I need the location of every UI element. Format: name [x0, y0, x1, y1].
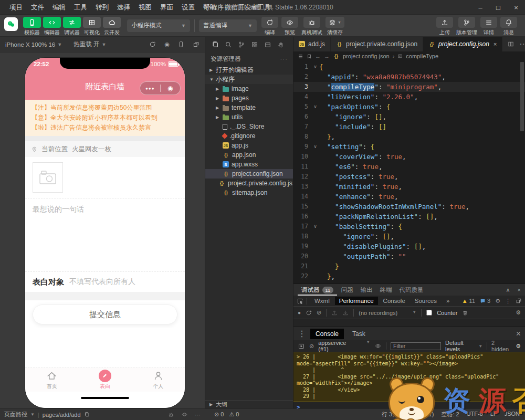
code-line[interactable]: 3 "compileType": "miniprogram",: [293, 82, 525, 92]
close-miniprogram-icon[interactable]: ◉: [161, 85, 181, 92]
section-打开的编辑器[interactable]: ▶打开的编辑器: [205, 65, 293, 75]
filter-input[interactable]: [391, 342, 441, 350]
debug-tab-输出[interactable]: 输出: [356, 284, 376, 296]
trash-icon[interactable]: [462, 310, 468, 316]
editor-tab[interactable]: project.config.json×: [423, 37, 502, 51]
context-select[interactable]: appservice (#1)▼: [318, 340, 370, 352]
fold-icon[interactable]: ∨: [311, 142, 319, 152]
devtools-tab-Sources[interactable]: Sources: [411, 297, 441, 305]
indent-setting[interactable]: 空格: 2: [441, 411, 459, 418]
fold-icon[interactable]: ∨: [311, 102, 319, 112]
editor-tab[interactable]: add.js: [293, 37, 331, 51]
devtools-tab-Wxml[interactable]: Wxml: [310, 297, 334, 305]
menu-item[interactable]: 编辑: [48, 0, 70, 15]
tab-home[interactable]: 首页: [25, 368, 78, 392]
more-menu-icon[interactable]: ●●●: [140, 86, 160, 91]
cloud-dev-button[interactable]: [103, 17, 121, 28]
console-prompt[interactable]: >: [293, 402, 525, 409]
eol-setting[interactable]: LF: [490, 411, 497, 418]
code-line[interactable]: 21 }: [293, 261, 525, 271]
tree-item[interactable]: ▶pages: [205, 93, 293, 103]
more-actions-icon[interactable]: ···: [519, 39, 525, 49]
tree-item[interactable]: .gitignore: [205, 131, 293, 141]
perf-settings-icon[interactable]: ⚙: [516, 309, 521, 316]
refresh-icon[interactable]: [149, 41, 156, 48]
code-line[interactable]: 1∨{: [293, 62, 525, 72]
collapse-panel-icon[interactable]: ∧: [506, 287, 510, 293]
menu-item[interactable]: 工具: [70, 0, 91, 15]
console-tab-Console[interactable]: Console: [310, 329, 344, 339]
close-console-icon[interactable]: ×: [516, 329, 521, 339]
fold-icon[interactable]: ∨: [311, 222, 319, 232]
code-line[interactable]: 14 "enhance": true,: [293, 192, 525, 202]
detach-window-icon[interactable]: [193, 41, 200, 48]
outline-section[interactable]: ▶ 大纲: [205, 400, 293, 408]
console-settings-icon[interactable]: ⚙: [516, 343, 521, 350]
message-count[interactable]: 3: [487, 298, 490, 304]
tree-item[interactable]: ._.DS_Store: [205, 122, 293, 131]
code-line[interactable]: 11 "es6": true,: [293, 162, 525, 172]
page-path-value[interactable]: pages/add/add: [43, 412, 81, 418]
bug-icon[interactable]: [168, 412, 174, 418]
page-path-label[interactable]: 页面路径: [4, 411, 27, 418]
home-indicator[interactable]: [81, 397, 129, 399]
debug-tab-调试器[interactable]: 调试器11: [298, 284, 337, 296]
menu-item[interactable]: 选择: [113, 0, 134, 15]
tab-overflow[interactable]: »: [442, 297, 454, 305]
add-photo-button[interactable]: [33, 162, 63, 193]
menu-item[interactable]: 项目: [5, 0, 27, 15]
devtools-settings-icon[interactable]: ⚙: [495, 298, 500, 304]
fold-icon[interactable]: ∨: [311, 62, 319, 72]
editor-scrollbar[interactable]: [520, 62, 524, 131]
code-line[interactable]: 15 "showShadowRootInWxmlPanel": true,: [293, 202, 525, 212]
cursor-position[interactable]: 行 3, 列 15 (选中 11): [382, 411, 434, 418]
menu-item[interactable]: 文件: [27, 0, 48, 15]
upload-button[interactable]: [436, 17, 453, 28]
menu-item[interactable]: 视图: [134, 0, 156, 15]
code-line[interactable]: 16 "packNpmRelationList": [],: [293, 212, 525, 222]
devtools-tab-Console[interactable]: Console: [379, 297, 410, 305]
debug-tab-代码质量[interactable]: 代码质量: [395, 284, 427, 296]
forward-icon[interactable]: →: [324, 53, 330, 59]
outline-list-icon[interactable]: [298, 54, 303, 59]
section-小程序[interactable]: ▼小程序: [205, 75, 293, 84]
code-line[interactable]: 7 "include": []: [293, 122, 525, 132]
submit-button[interactable]: 提交信息: [33, 304, 177, 324]
menu-item[interactable]: 设置: [177, 0, 199, 15]
tree-item[interactable]: project.config.json: [205, 169, 293, 178]
record-icon[interactable]: ◉: [164, 41, 170, 48]
debug-tab-终端[interactable]: 终端: [376, 284, 395, 296]
code-line[interactable]: 19 "disablePlugins": [],: [293, 242, 525, 251]
code-line[interactable]: 12 "postcss": true,: [293, 172, 525, 182]
tree-item[interactable]: app.js: [205, 141, 293, 150]
warning-count[interactable]: 11: [469, 298, 475, 304]
visual-button[interactable]: [83, 17, 101, 28]
mode-select[interactable]: 小程序模式▼: [127, 19, 190, 32]
message-textarea[interactable]: 最想说的一句话: [25, 198, 185, 272]
compile-button[interactable]: [261, 17, 278, 28]
reload-profile-icon[interactable]: [306, 310, 312, 316]
load-profile-icon[interactable]: [331, 310, 338, 316]
maximize-button[interactable]: □: [489, 0, 507, 15]
location-row[interactable]: 当前位置 火星网友一枚: [25, 141, 185, 157]
minimize-button[interactable]: –: [471, 0, 489, 15]
code-line[interactable]: 9∨ "setting": {: [293, 142, 525, 152]
console-tab-Task[interactable]: Task: [347, 329, 371, 339]
debugger-button[interactable]: [63, 17, 81, 28]
editor-tab[interactable]: project.private.config.json: [331, 37, 423, 51]
code-line[interactable]: 10 "coverView": true,: [293, 152, 525, 162]
devtools-logo-button[interactable]: [4, 17, 18, 31]
code-line[interactable]: 4 "libVersion": "2.26.0",: [293, 92, 525, 102]
tab-profile[interactable]: 个人: [132, 368, 185, 392]
preview-button[interactable]: [281, 17, 298, 28]
code-line[interactable]: 5∨ "packOptions": {: [293, 102, 525, 112]
search-icon[interactable]: [225, 41, 232, 48]
version-control-button[interactable]: [458, 17, 475, 28]
tree-item[interactable]: app.json: [205, 150, 293, 160]
devtools-tab-Performance[interactable]: Performance: [335, 297, 378, 305]
back-icon[interactable]: ←: [315, 53, 321, 59]
inspect-element-icon[interactable]: [297, 298, 303, 304]
files-icon[interactable]: [212, 41, 219, 48]
close-panel-icon[interactable]: ×: [518, 287, 521, 293]
remote-debug-button[interactable]: [303, 17, 320, 28]
